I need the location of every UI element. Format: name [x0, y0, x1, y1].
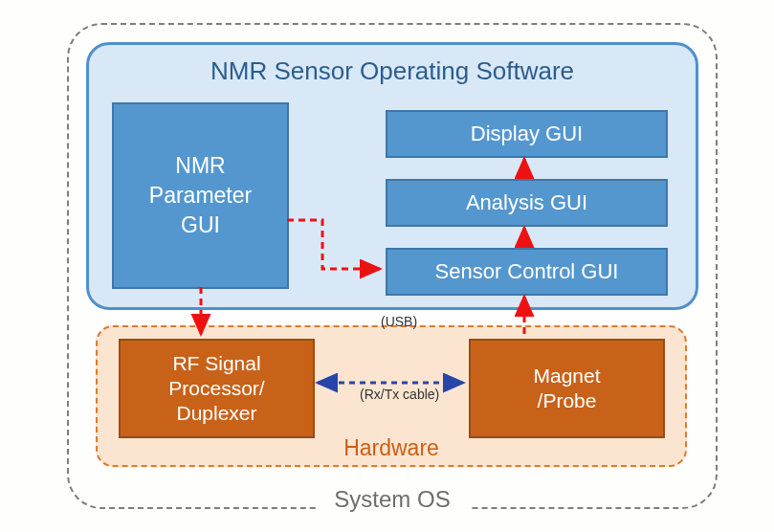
analysis-gui-text: Analysis GUI	[466, 190, 587, 215]
usb-label: (USB)	[381, 314, 417, 329]
sensor-control-gui-box: Sensor Control GUI	[386, 248, 668, 296]
nmr-parameter-gui-box: NMR Parameter GUI	[112, 102, 289, 289]
display-gui-text: Display GUI	[471, 122, 583, 146]
display-gui-box: Display GUI	[386, 110, 668, 158]
hardware-label: Hardware	[98, 435, 685, 461]
analysis-gui-box: Analysis GUI	[386, 179, 668, 227]
system-os-label: System OS	[316, 486, 469, 513]
rf-text: RF Signal Processor/ Duplexer	[168, 351, 264, 427]
sensor-control-gui-text: Sensor Control GUI	[435, 259, 619, 284]
rf-signal-processor-box: RF Signal Processor/ Duplexer	[119, 339, 315, 438]
nmr-param-text: NMR Parameter GUI	[149, 151, 252, 240]
software-title: NMR Sensor Operating Software	[89, 56, 696, 86]
software-container: NMR Sensor Operating Software NMR Parame…	[86, 42, 698, 310]
magnet-probe-box: Magnet /Probe	[469, 339, 665, 438]
rxtx-label: (Rx/Tx cable)	[360, 387, 439, 402]
magnet-text: Magnet /Probe	[533, 364, 600, 414]
